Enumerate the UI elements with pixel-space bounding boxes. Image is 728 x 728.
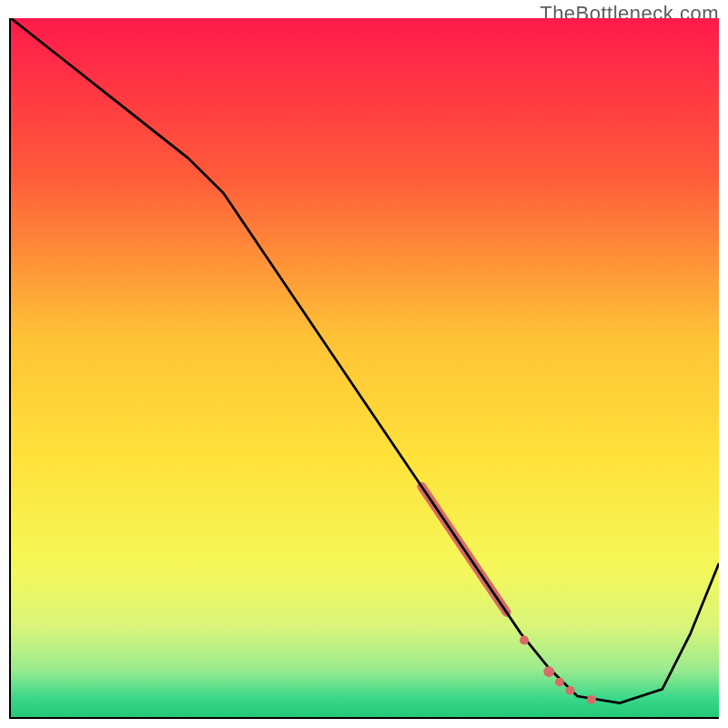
chart-svg <box>11 18 719 717</box>
highlight-point <box>566 686 575 695</box>
plot-area <box>9 18 719 719</box>
main-curve <box>11 18 719 703</box>
highlight-point <box>587 695 596 704</box>
highlight-point <box>543 666 554 677</box>
highlight-point <box>555 678 564 687</box>
chart-container: TheBottleneck.com <box>0 0 728 728</box>
highlight-point <box>520 636 529 645</box>
